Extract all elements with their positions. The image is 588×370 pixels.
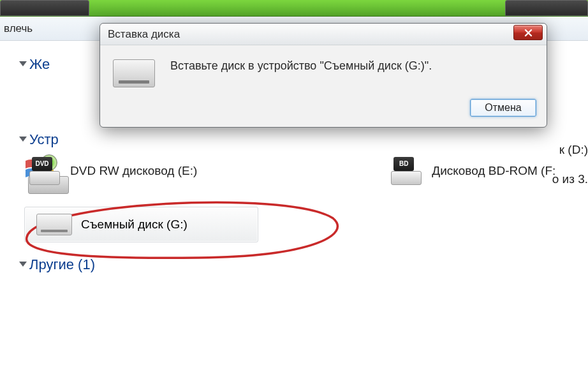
drive-dvd-label: DVD RW дисковод (E:) bbox=[70, 164, 197, 178]
collapse-icon[interactable] bbox=[19, 61, 27, 66]
dialog-footer: Отмена bbox=[100, 93, 547, 127]
close-icon bbox=[524, 29, 533, 37]
dialog-body: Вставьте диск в устройство "Съемный диск… bbox=[100, 45, 547, 93]
removable-disk-icon bbox=[113, 59, 155, 87]
drive-dvd[interactable]: DVD DVD RW дисковод (E:) bbox=[27, 157, 197, 185]
dialog-message: Вставьте диск в устройство "Съемный диск… bbox=[170, 57, 432, 87]
taskbar-app-right[interactable] bbox=[505, 0, 588, 16]
removable-drive-group: Съемный диск (G:) bbox=[11, 207, 588, 242]
drive-removable-label: Съемный диск (G:) bbox=[81, 218, 187, 232]
section-devices-label: Устр bbox=[29, 131, 59, 147]
dialog-title: Вставка диска bbox=[108, 28, 180, 41]
section-devices: Устр bbox=[20, 131, 588, 148]
taskbar bbox=[0, 0, 588, 17]
drive-bd-label: Дисковод BD-ROM (F: bbox=[432, 164, 555, 178]
devices-row: DVD DVD RW дисковод (E:) BD Дисковод BD-… bbox=[27, 157, 588, 185]
dialog-titlebar[interactable]: Вставка диска bbox=[100, 24, 547, 45]
drive-removable[interactable]: Съемный диск (G:) bbox=[24, 207, 258, 242]
drive-bd[interactable]: BD Дисковод BD-ROM (F: bbox=[388, 157, 555, 185]
insert-disk-dialog: Вставка диска Вставьте диск в устройство… bbox=[99, 23, 547, 128]
taskbar-app-left[interactable] bbox=[0, 0, 89, 16]
close-button[interactable] bbox=[513, 25, 543, 40]
section-other: Лругие (1) bbox=[20, 256, 588, 273]
toolbar-extract-button[interactable]: влечь bbox=[4, 22, 33, 35]
dvd-drive-icon: DVD bbox=[27, 157, 62, 185]
disk-free-partial: о из 3. bbox=[552, 172, 588, 186]
bd-badge: BD bbox=[393, 157, 414, 171]
section-other-label: Лругие (1) bbox=[29, 256, 95, 272]
section-hard-drives-label: Же bbox=[29, 56, 50, 72]
cancel-button[interactable]: Отмена bbox=[470, 99, 536, 117]
collapse-icon[interactable] bbox=[19, 137, 27, 142]
dvd-badge: DVD bbox=[32, 157, 52, 171]
collapse-icon[interactable] bbox=[19, 262, 27, 267]
bd-drive-icon: BD bbox=[388, 157, 424, 185]
disk-d-label-partial: к (D:) bbox=[559, 143, 588, 157]
removable-disk-icon bbox=[36, 214, 72, 235]
